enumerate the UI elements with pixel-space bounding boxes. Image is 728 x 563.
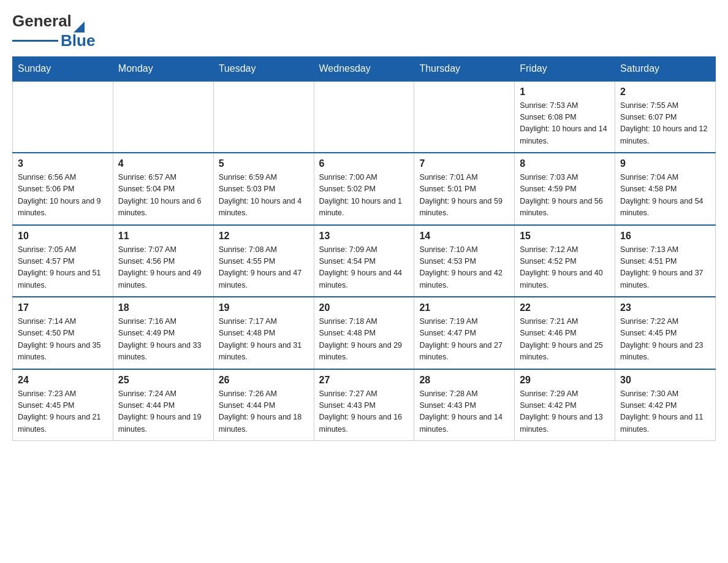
day-info: Sunrise: 7:14 AMSunset: 4:50 PMDaylight:… <box>18 316 108 364</box>
svg-marker-0 <box>74 21 85 33</box>
calendar-cell-1-3 <box>213 81 314 153</box>
calendar-cell-4-5: 21Sunrise: 7:19 AMSunset: 4:47 PMDayligh… <box>414 297 515 369</box>
day-number: 10 <box>18 231 108 242</box>
calendar-cell-3-5: 14Sunrise: 7:10 AMSunset: 4:53 PMDayligh… <box>414 225 515 297</box>
day-info: Sunrise: 7:22 AMSunset: 4:45 PMDaylight:… <box>620 316 710 364</box>
day-number: 25 <box>118 375 208 386</box>
day-info: Sunrise: 7:17 AMSunset: 4:48 PMDaylight:… <box>219 316 309 364</box>
calendar-cell-4-6: 22Sunrise: 7:21 AMSunset: 4:46 PMDayligh… <box>515 297 615 369</box>
calendar-cell-3-4: 13Sunrise: 7:09 AMSunset: 4:54 PMDayligh… <box>314 225 414 297</box>
day-number: 14 <box>419 231 509 242</box>
day-info: Sunrise: 7:29 AMSunset: 4:42 PMDaylight:… <box>520 388 610 436</box>
calendar-cell-1-1 <box>13 81 113 153</box>
day-info: Sunrise: 7:19 AMSunset: 4:47 PMDaylight:… <box>419 316 509 364</box>
weekday-header-saturday: Saturday <box>615 56 716 81</box>
calendar-cell-3-1: 10Sunrise: 7:05 AMSunset: 4:57 PMDayligh… <box>13 225 113 297</box>
day-number: 27 <box>319 375 409 386</box>
calendar-cell-2-5: 7Sunrise: 7:01 AMSunset: 5:01 PMDaylight… <box>414 153 515 225</box>
day-number: 15 <box>520 231 610 242</box>
day-info: Sunrise: 7:23 AMSunset: 4:45 PMDaylight:… <box>18 388 108 436</box>
day-number: 7 <box>419 158 509 169</box>
calendar-cell-1-7: 2Sunrise: 7:55 AMSunset: 6:07 PMDaylight… <box>615 81 716 153</box>
weekday-header-wednesday: Wednesday <box>314 56 414 81</box>
day-info: Sunrise: 7:24 AMSunset: 4:44 PMDaylight:… <box>118 388 208 436</box>
calendar-cell-1-4 <box>314 81 414 153</box>
calendar-cell-3-7: 16Sunrise: 7:13 AMSunset: 4:51 PMDayligh… <box>615 225 716 297</box>
calendar-cell-3-6: 15Sunrise: 7:12 AMSunset: 4:52 PMDayligh… <box>515 225 615 297</box>
calendar-cell-5-6: 29Sunrise: 7:29 AMSunset: 4:42 PMDayligh… <box>515 369 615 441</box>
day-number: 5 <box>219 158 309 169</box>
day-number: 29 <box>520 375 610 386</box>
day-number: 21 <box>419 302 509 313</box>
day-info: Sunrise: 7:10 AMSunset: 4:53 PMDaylight:… <box>419 244 509 292</box>
calendar-cell-5-3: 26Sunrise: 7:26 AMSunset: 4:44 PMDayligh… <box>213 369 314 441</box>
day-number: 16 <box>620 231 710 242</box>
day-number: 6 <box>319 158 409 169</box>
day-number: 17 <box>18 302 108 313</box>
weekday-header-friday: Friday <box>515 56 615 81</box>
day-info: Sunrise: 7:00 AMSunset: 5:02 PMDaylight:… <box>319 172 409 220</box>
weekday-header-monday: Monday <box>113 56 213 81</box>
page-header: General Blue <box>12 12 716 50</box>
day-info: Sunrise: 7:18 AMSunset: 4:48 PMDaylight:… <box>319 316 409 364</box>
weekday-header-thursday: Thursday <box>414 56 515 81</box>
day-info: Sunrise: 7:12 AMSunset: 4:52 PMDaylight:… <box>520 244 610 292</box>
day-info: Sunrise: 7:01 AMSunset: 5:01 PMDaylight:… <box>419 172 509 220</box>
logo: General Blue <box>12 12 95 50</box>
calendar-cell-2-2: 4Sunrise: 6:57 AMSunset: 5:04 PMDaylight… <box>113 153 213 225</box>
day-info: Sunrise: 6:59 AMSunset: 5:03 PMDaylight:… <box>219 172 309 220</box>
calendar-cell-1-6: 1Sunrise: 7:53 AMSunset: 6:08 PMDaylight… <box>515 81 615 153</box>
day-info: Sunrise: 7:30 AMSunset: 4:42 PMDaylight:… <box>620 388 710 436</box>
weekday-header-row: SundayMondayTuesdayWednesdayThursdayFrid… <box>13 56 716 81</box>
calendar-cell-2-6: 8Sunrise: 7:03 AMSunset: 4:59 PMDaylight… <box>515 153 615 225</box>
calendar-cell-4-1: 17Sunrise: 7:14 AMSunset: 4:50 PMDayligh… <box>13 297 113 369</box>
day-info: Sunrise: 7:09 AMSunset: 4:54 PMDaylight:… <box>319 244 409 292</box>
calendar-cell-2-4: 6Sunrise: 7:00 AMSunset: 5:02 PMDaylight… <box>314 153 414 225</box>
day-info: Sunrise: 7:08 AMSunset: 4:55 PMDaylight:… <box>219 244 309 292</box>
day-info: Sunrise: 7:21 AMSunset: 4:46 PMDaylight:… <box>520 316 610 364</box>
logo-blue-text: Blue <box>61 31 95 50</box>
day-info: Sunrise: 7:55 AMSunset: 6:07 PMDaylight:… <box>620 100 710 148</box>
day-number: 9 <box>620 158 710 169</box>
calendar-cell-5-2: 25Sunrise: 7:24 AMSunset: 4:44 PMDayligh… <box>113 369 213 441</box>
calendar-cell-4-4: 20Sunrise: 7:18 AMSunset: 4:48 PMDayligh… <box>314 297 414 369</box>
calendar-week-4: 17Sunrise: 7:14 AMSunset: 4:50 PMDayligh… <box>13 297 716 369</box>
day-number: 24 <box>18 375 108 386</box>
calendar-cell-2-3: 5Sunrise: 6:59 AMSunset: 5:03 PMDaylight… <box>213 153 314 225</box>
day-info: Sunrise: 7:27 AMSunset: 4:43 PMDaylight:… <box>319 388 409 436</box>
day-number: 23 <box>620 302 710 313</box>
calendar-week-2: 3Sunrise: 6:56 AMSunset: 5:06 PMDaylight… <box>13 153 716 225</box>
day-number: 12 <box>219 231 309 242</box>
day-info: Sunrise: 6:56 AMSunset: 5:06 PMDaylight:… <box>18 172 108 220</box>
logo-general-text: General <box>12 12 72 30</box>
day-number: 8 <box>520 158 610 169</box>
day-number: 30 <box>620 375 710 386</box>
calendar-cell-4-3: 19Sunrise: 7:17 AMSunset: 4:48 PMDayligh… <box>213 297 314 369</box>
calendar-week-3: 10Sunrise: 7:05 AMSunset: 4:57 PMDayligh… <box>13 225 716 297</box>
weekday-header-sunday: Sunday <box>13 56 113 81</box>
day-info: Sunrise: 7:53 AMSunset: 6:08 PMDaylight:… <box>520 100 610 148</box>
day-info: Sunrise: 7:16 AMSunset: 4:49 PMDaylight:… <box>118 316 208 364</box>
calendar-cell-5-5: 28Sunrise: 7:28 AMSunset: 4:43 PMDayligh… <box>414 369 515 441</box>
day-number: 4 <box>118 158 208 169</box>
day-number: 1 <box>520 86 610 98</box>
day-info: Sunrise: 7:26 AMSunset: 4:44 PMDaylight:… <box>219 388 309 436</box>
day-number: 2 <box>620 86 710 98</box>
calendar-cell-4-2: 18Sunrise: 7:16 AMSunset: 4:49 PMDayligh… <box>113 297 213 369</box>
day-number: 19 <box>219 302 309 313</box>
calendar-cell-1-5 <box>414 81 515 153</box>
logo-line <box>12 40 58 42</box>
day-info: Sunrise: 7:07 AMSunset: 4:56 PMDaylight:… <box>118 244 208 292</box>
day-number: 13 <box>319 231 409 242</box>
day-number: 11 <box>118 231 208 242</box>
calendar-week-5: 24Sunrise: 7:23 AMSunset: 4:45 PMDayligh… <box>13 369 716 441</box>
day-number: 26 <box>219 375 309 386</box>
calendar-cell-3-2: 11Sunrise: 7:07 AMSunset: 4:56 PMDayligh… <box>113 225 213 297</box>
calendar-cell-3-3: 12Sunrise: 7:08 AMSunset: 4:55 PMDayligh… <box>213 225 314 297</box>
calendar-cell-5-1: 24Sunrise: 7:23 AMSunset: 4:45 PMDayligh… <box>13 369 113 441</box>
day-info: Sunrise: 7:28 AMSunset: 4:43 PMDaylight:… <box>419 388 509 436</box>
day-info: Sunrise: 7:04 AMSunset: 4:58 PMDaylight:… <box>620 172 710 220</box>
day-number: 3 <box>18 158 108 169</box>
calendar-week-1: 1Sunrise: 7:53 AMSunset: 6:08 PMDaylight… <box>13 81 716 153</box>
calendar-cell-2-1: 3Sunrise: 6:56 AMSunset: 5:06 PMDaylight… <box>13 153 113 225</box>
